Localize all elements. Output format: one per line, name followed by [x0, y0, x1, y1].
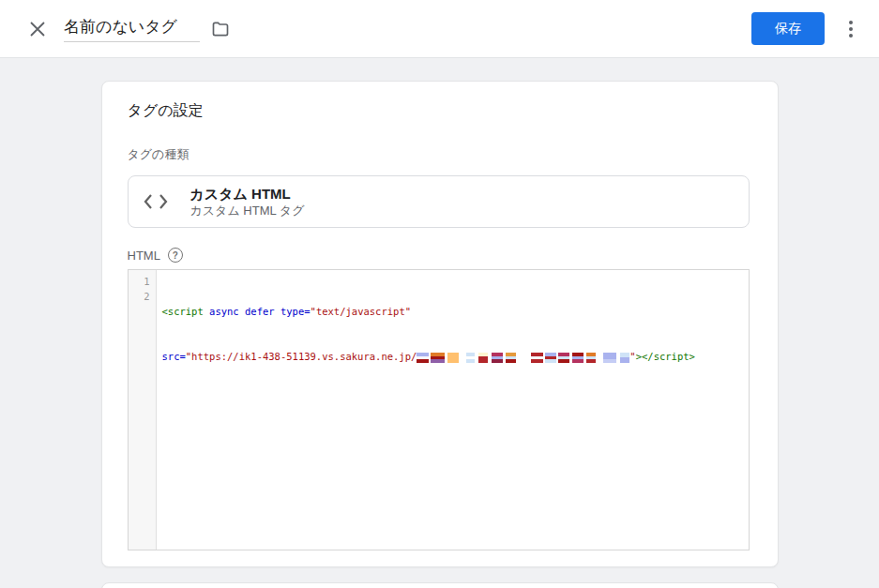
card-title: タグの設定: [128, 101, 750, 121]
main-content: タグの設定 タグの種類 カスタム HTML カスタム HTML タグ HTML …: [0, 58, 879, 588]
code-line-2: src="https://ik1-438-51139.vs.sakura.ne.…: [162, 349, 743, 364]
code-line-1: <script async defer type="text/javascrip…: [162, 304, 743, 319]
kebab-icon: [849, 21, 853, 38]
line-number: 1: [129, 274, 156, 289]
folder-button[interactable]: [205, 14, 235, 44]
save-button[interactable]: 保存: [751, 12, 825, 45]
line-number: 2: [129, 289, 156, 304]
tag-type-name: カスタム HTML: [190, 186, 305, 203]
mojibake-run: [417, 352, 629, 363]
editor-gutter: 1 2: [129, 270, 157, 550]
tag-type-selector[interactable]: カスタム HTML カスタム HTML タグ: [128, 175, 750, 228]
help-icon[interactable]: ?: [168, 248, 183, 263]
tag-type-label: タグの種類: [128, 146, 750, 163]
close-button[interactable]: [23, 14, 53, 44]
folder-icon: [211, 20, 230, 38]
html-field-label: HTML: [128, 249, 160, 263]
code-icon: [142, 188, 170, 216]
more-options-button[interactable]: [838, 14, 864, 44]
trigger-card: トリガー: [101, 582, 779, 588]
app-header: 保存: [0, 0, 879, 58]
close-icon: [29, 21, 46, 38]
tag-configuration-card: タグの設定 タグの種類 カスタム HTML カスタム HTML タグ HTML …: [101, 81, 779, 567]
editor-code-area[interactable]: <script async defer type="text/javascrip…: [157, 270, 749, 550]
html-code-editor[interactable]: 1 2 <script async defer type="text/javas…: [128, 269, 750, 550]
tag-name-input[interactable]: [64, 16, 200, 42]
tag-type-description: カスタム HTML タグ: [190, 203, 305, 219]
